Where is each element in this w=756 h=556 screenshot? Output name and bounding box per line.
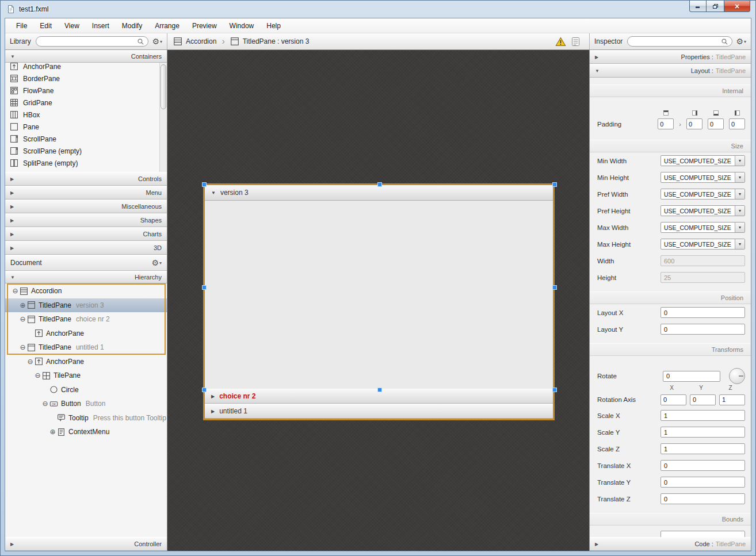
library-item-scrollpane-empty[interactable]: ScrollPane (empty): [5, 145, 167, 157]
layout-y-input[interactable]: [660, 324, 745, 335]
section-3d[interactable]: ▶ 3D: [5, 241, 167, 255]
library-search[interactable]: [36, 36, 149, 47]
translate-z-input[interactable]: [660, 493, 745, 504]
menu-view[interactable]: View: [58, 20, 86, 32]
menu-modify[interactable]: Modify: [116, 20, 148, 32]
hierarchy-item-accordion[interactable]: ⊖ Accordion: [5, 284, 167, 298]
breadcrumb-item-accordion[interactable]: Accordion: [173, 37, 216, 46]
pref-height-combo[interactable]: USE_COMPUTED_SIZE ▾: [660, 205, 745, 216]
titledpane-version-3-header[interactable]: ▼ version 3: [205, 185, 553, 201]
hierarchy-item-button[interactable]: ⊖ Button Button: [5, 397, 167, 411]
document-settings-button[interactable]: ⚙▾: [151, 258, 162, 267]
padding-right-input[interactable]: [686, 118, 702, 129]
titledpane-version-3-content[interactable]: [205, 201, 553, 389]
section-miscellaneous[interactable]: ▶ Miscellaneous: [5, 200, 167, 213]
menu-help[interactable]: Help: [260, 20, 287, 32]
minimize-button[interactable]: [689, 1, 707, 12]
chevron-down-icon[interactable]: ▾: [735, 206, 744, 216]
library-item-scrollpane[interactable]: ScrollPane: [5, 133, 167, 145]
selection-handle-bottom-left[interactable]: [202, 388, 207, 392]
hierarchy-item-circle[interactable]: ⊖ Circle: [5, 383, 167, 397]
library-item-anchorpane[interactable]: AnchorPane: [5, 63, 167, 72]
hierarchy-item-titledpane-untitled-1[interactable]: ⊖ TitledPane untitled 1: [5, 340, 167, 355]
menu-file[interactable]: File: [10, 20, 33, 32]
library-item-borderpane[interactable]: BorderPane: [5, 72, 167, 85]
inspector-settings-button[interactable]: ⚙▾: [736, 37, 746, 46]
rotate-dial[interactable]: [729, 368, 745, 384]
restore-button[interactable]: [707, 1, 724, 12]
selection-handle-bottom-center[interactable]: [377, 388, 382, 392]
design-canvas[interactable]: ▼ version 3 ▶ choice nr 2 ▶ untitled 1: [167, 50, 589, 551]
menu-preview[interactable]: Preview: [186, 20, 223, 32]
section-hierarchy[interactable]: ▼ Hierarchy: [5, 271, 167, 283]
translate-x-input[interactable]: [660, 460, 745, 471]
collapse-icon[interactable]: ⊖: [26, 358, 35, 365]
properties-section-header[interactable]: ▶ Properties : TitledPane: [590, 50, 751, 64]
inspector-search-input[interactable]: [631, 38, 721, 45]
rotation-axis-y-input[interactable]: [690, 394, 716, 405]
collapse-icon[interactable]: ⊖: [18, 344, 27, 351]
chevron-down-icon[interactable]: ▾: [735, 239, 744, 249]
rotation-axis-x-input[interactable]: [660, 394, 686, 405]
hierarchy-item-tilepane[interactable]: ⊖ TilePane: [5, 369, 167, 383]
collapse-icon[interactable]: ⊖: [33, 372, 42, 379]
titledpane-untitled-1-header[interactable]: ▶ untitled 1: [205, 404, 553, 419]
menu-edit[interactable]: Edit: [33, 20, 58, 32]
padding-bottom-input[interactable]: [708, 118, 724, 129]
rotate-input[interactable]: [663, 371, 720, 382]
menu-window[interactable]: Window: [223, 20, 261, 32]
title-bar[interactable]: test1.fxml: [1, 1, 755, 18]
selection-handle-top-center[interactable]: [377, 182, 382, 187]
padding-link-icon[interactable]: ›: [679, 121, 681, 128]
chevron-down-icon[interactable]: ▾: [735, 156, 744, 166]
scale-y-input[interactable]: [660, 427, 745, 438]
scrollbar[interactable]: [159, 63, 167, 172]
menu-arrange[interactable]: Arrange: [148, 20, 186, 32]
collapse-icon[interactable]: ⊖: [18, 316, 27, 323]
section-shapes[interactable]: ▶ Shapes: [5, 213, 167, 227]
library-settings-button[interactable]: ⚙▾: [152, 37, 162, 46]
expand-icon[interactable]: ⊕: [48, 428, 57, 435]
library-item-splitpane-empty[interactable]: SplitPane (empty): [5, 157, 167, 169]
expand-icon[interactable]: ⊕: [18, 302, 27, 309]
close-button[interactable]: ×: [724, 1, 750, 12]
min-width-combo[interactable]: USE_COMPUTED_SIZE ▾: [660, 155, 745, 166]
breadcrumb-item-titledpane[interactable]: TitledPane : version 3: [230, 37, 310, 46]
bounds-field[interactable]: [660, 531, 745, 537]
library-item-flowpane[interactable]: FlowPane: [5, 85, 167, 97]
selection-handle-bottom-right[interactable]: [552, 388, 557, 392]
library-item-pane[interactable]: Pane: [5, 121, 167, 133]
max-width-combo[interactable]: USE_COMPUTED_SIZE ▾: [660, 222, 745, 233]
hierarchy-item-anchorpane-2[interactable]: ⊖ AnchorPane: [5, 355, 167, 369]
hierarchy-item-anchorpane-1[interactable]: ⊖ AnchorPane: [5, 327, 167, 341]
min-height-combo[interactable]: USE_COMPUTED_SIZE ▾: [660, 172, 745, 183]
layout-x-input[interactable]: [660, 307, 745, 318]
scrollbar-thumb[interactable]: [161, 64, 166, 109]
rotation-axis-z-input[interactable]: [719, 394, 745, 405]
pref-width-combo[interactable]: USE_COMPUTED_SIZE ▾: [660, 189, 745, 200]
section-menu[interactable]: ▶ Menu: [5, 186, 167, 200]
hierarchy-item-tooltip[interactable]: ⊖ Tooltip Press this button Tooltip: [5, 411, 167, 425]
section-containers[interactable]: ▼ Containers: [5, 50, 167, 63]
padding-top-input[interactable]: [658, 118, 674, 129]
library-item-hbox[interactable]: HBox: [5, 109, 167, 121]
accordion-preview[interactable]: ▼ version 3 ▶ choice nr 2 ▶ untitled 1: [203, 183, 555, 420]
selection-handle-top-left[interactable]: [202, 182, 207, 187]
selection-handle-mid-left[interactable]: [202, 285, 207, 290]
code-section-header[interactable]: ▶ Code : TitledPane: [590, 537, 751, 551]
section-charts[interactable]: ▶ Charts: [5, 227, 167, 241]
hierarchy-item-titledpane-version-3[interactable]: ⊕ TitledPane version 3: [5, 298, 167, 313]
menu-insert[interactable]: Insert: [86, 20, 116, 32]
translate-y-input[interactable]: [660, 477, 745, 488]
inspector-search[interactable]: [627, 36, 732, 47]
selection-handle-mid-right[interactable]: [552, 285, 557, 290]
padding-left-input[interactable]: [729, 118, 745, 129]
collapse-icon[interactable]: ⊖: [41, 400, 49, 407]
chevron-down-icon[interactable]: ▾: [735, 172, 744, 182]
scale-z-input[interactable]: [660, 443, 745, 454]
chevron-down-icon[interactable]: ▾: [735, 189, 744, 199]
layout-section-header[interactable]: ▼ Layout : TitledPane: [590, 64, 751, 78]
section-controller[interactable]: ▶ Controller: [5, 537, 167, 551]
hierarchy-item-titledpane-choice-nr-2[interactable]: ⊖ TitledPane choice nr 2: [5, 312, 167, 327]
warning-icon[interactable]: [555, 37, 566, 47]
